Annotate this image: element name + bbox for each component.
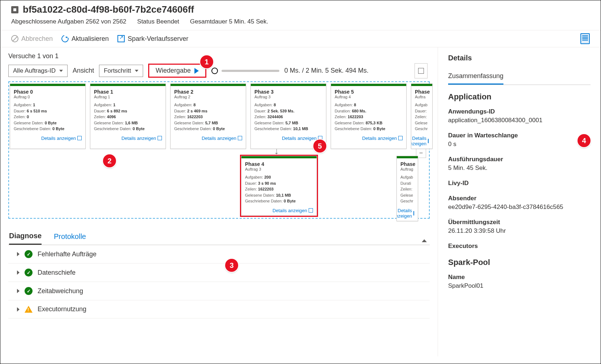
detail-field: Übermittlungszeit26.11.20 3:39:58 Uhr [448, 219, 591, 235]
annotation-4: 4 [578, 134, 591, 147]
details-panel: 4 Details Zusammenfassung Application An… [438, 47, 601, 356]
check-icon: ✓ [25, 287, 33, 295]
detail-field: Executors [448, 243, 591, 250]
slider-track[interactable] [222, 70, 279, 72]
phase-card[interactable]: Phase 0Auftrag 0Aufgaben: 1Dauer: 6 s 51… [10, 83, 86, 149]
check-icon: ✓ [25, 250, 33, 258]
application-section-header: Application [448, 92, 591, 102]
diagnosis-item[interactable]: ✓Datenschiefe [8, 264, 430, 282]
check-icon: ✓ [25, 269, 33, 277]
annotation-3: 3 [225, 259, 238, 272]
completed-tasks: Abgeschlossene Aufgaben 2562 von 2562 [11, 18, 126, 25]
phase-card[interactable]: Phase 3Auftrag 3Aufgaben: 8Dauer: 2 Sek.… [250, 83, 326, 149]
properties-button[interactable] [580, 33, 590, 44]
spark-history-button[interactable]: Spark-Verlaufsserver [117, 35, 188, 43]
total-duration: Gesamtdauer 5 Min. 45 Sek. [190, 18, 268, 25]
playback-button[interactable]: Wiedergabe 1 [148, 64, 206, 78]
phase-card[interactable]: PhaseAuftraAufgab Dauer: Zeilen: Gelese … [411, 83, 433, 149]
diagnosis-item[interactable]: ✓Zeitabweichung [8, 282, 430, 300]
warning-icon [25, 306, 33, 313]
chevron-down-icon [135, 70, 138, 72]
cancel-button: Abbrechen [11, 35, 53, 43]
attempts-label: Versuche 1 von 1 [8, 52, 430, 60]
view-label: Ansicht [73, 67, 94, 74]
detail-field: Livy-ID [448, 180, 591, 187]
chevron-right-icon [17, 307, 20, 312]
external-link-icon [77, 136, 82, 140]
detail-field: Absenderee20d9e7-6295-4240-ba3f-c3784616… [448, 195, 591, 211]
chevron-right-icon [17, 289, 20, 293]
details-title: Details [448, 54, 591, 62]
toolbar: Abbrechen Aktualisieren Spark-Verlaufsse… [0, 30, 601, 47]
details-link[interactable]: Details anzeigen [411, 133, 432, 149]
annotation-2: 2 [103, 154, 116, 167]
details-link[interactable]: Details anzeigen [397, 206, 418, 221]
external-link-icon [117, 35, 125, 42]
phase-card[interactable]: Phase 1Auftrag 1Aufgaben: 1Dauer: 6 s 89… [90, 83, 166, 149]
tab-diagnose[interactable]: Diagnose [9, 228, 42, 245]
chevron-down-icon [59, 70, 63, 72]
external-link-icon [158, 136, 162, 140]
playback-timing: 0 Ms. / 2 Min. 5 Sek. 494 Ms. [284, 67, 369, 74]
lower-tabs: Diagnose Protokolle [8, 228, 430, 245]
external-link-icon [413, 211, 414, 215]
details-link[interactable]: Details anzeigen [10, 133, 85, 143]
details-link[interactable]: Details anzeigen [241, 206, 317, 215]
chevron-up-icon [422, 234, 427, 242]
spark-pool-section-header: Spark-Pool [448, 258, 591, 267]
dag-canvas[interactable]: + − 2 5 Phase 0Auftrag 0Aufgaben: 1Dauer… [8, 81, 430, 219]
document-icon [580, 33, 590, 44]
annotation-1: 1 [200, 55, 213, 68]
job-id-filter-dropdown[interactable]: Alle Auftrags-ID [8, 65, 68, 77]
tab-zusammenfassung[interactable]: Zusammenfassung [448, 69, 503, 85]
refresh-icon [60, 34, 70, 43]
external-link-icon [398, 136, 403, 140]
phase-card[interactable]: PhaseAuftragAufgab Durati Zeilen: Gelese… [396, 156, 418, 221]
details-link[interactable]: Details anzeigen [90, 133, 166, 143]
phase-card[interactable]: Phase 5Auftrag 4Aufgaben: 8Duration: 680… [331, 83, 407, 149]
cancel-icon [11, 35, 18, 42]
playback-slider[interactable] [211, 68, 279, 74]
tab-protokolle[interactable]: Protokolle [54, 229, 86, 244]
refresh-button[interactable]: Aktualisieren [61, 35, 109, 43]
fit-to-screen-button[interactable] [415, 63, 428, 78]
diagnosis-item[interactable]: ✓Fehlerhafte Aufträge [8, 245, 430, 264]
page-title: bf5a1022-c80d-4f98-b60f-7b2ce74606ff [23, 4, 194, 15]
details-link[interactable]: Details anzeigen [171, 133, 246, 143]
detail-field: Ausführungsdauer5 Min. 45 Sek. [448, 156, 591, 172]
external-link-icon [238, 136, 242, 140]
slider-thumb[interactable] [211, 68, 218, 74]
diagnosis-list: 3 ✓Fehlerhafte Aufträge✓Datenschiefe✓Zei… [8, 245, 430, 318]
status: Status Beendet [137, 18, 179, 25]
details-link[interactable]: Details anzeigen [331, 133, 406, 143]
chevron-right-icon [17, 270, 20, 275]
external-link-icon [428, 139, 429, 143]
chevron-right-icon [17, 252, 20, 256]
phase-card[interactable]: Phase 2Auftrag 2Aufgaben: 8Dauer: 2 s 46… [170, 83, 246, 149]
external-link-icon [309, 208, 313, 213]
play-icon [194, 68, 199, 74]
stop-icon [11, 6, 18, 13]
detail-field: Dauer in Warteschlange0 s [448, 132, 591, 148]
detail-field: NameSparkPool01 [448, 274, 591, 290]
phase-card[interactable]: Phase 4Auftrag 3Aufgaben: 200Dauer: 3 s … [241, 156, 317, 216]
annotation-5: 5 [313, 140, 326, 153]
view-dropdown[interactable]: Fortschritt [99, 65, 143, 77]
collapse-button[interactable] [420, 231, 429, 241]
page-header: bf5a1022-c80d-4f98-b60f-7b2ce74606ff Abg… [0, 0, 601, 30]
detail-field: Anwendungs-IDapplication_1606380084300_0… [448, 108, 591, 124]
fit-icon [418, 68, 424, 74]
diagnosis-item[interactable]: Executornutzung [8, 300, 430, 318]
